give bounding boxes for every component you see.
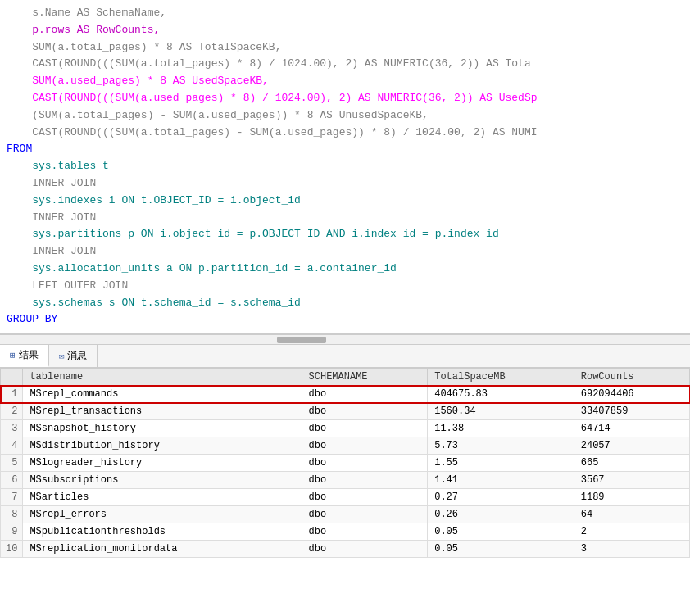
cell-tablename: MSrepl_errors xyxy=(23,506,302,523)
cell-schema: dbo xyxy=(302,437,428,455)
cell-schema: dbo xyxy=(302,506,428,523)
col-header-4: RowCounts xyxy=(574,369,689,386)
cell-schema: dbo xyxy=(302,472,428,489)
sql-line: CAST(ROUND(((SUM(a.total_pages) * 8) / 1… xyxy=(7,56,683,73)
sql-line: (SUM(a.total_pages) - SUM(a.used_pages))… xyxy=(7,107,683,125)
cell-rowcount: 692094406 xyxy=(574,386,689,403)
table-row[interactable]: 4MSdistribution_historydbo5.7324057 xyxy=(1,437,690,455)
cell-schema: dbo xyxy=(302,541,428,558)
table-row[interactable]: 2MSrepl_transactionsdbo1560.3433407859 xyxy=(1,403,690,420)
cell-schema: dbo xyxy=(302,455,428,472)
sql-line: CAST(ROUND(((SUM(a.total_pages) - SUM(a.… xyxy=(7,125,683,142)
col-header-0 xyxy=(1,369,23,386)
sql-line: INNER JOIN xyxy=(7,210,683,227)
row-number: 9 xyxy=(1,523,23,541)
scrollbar-thumb[interactable] xyxy=(277,337,326,343)
sql-line: sys.partitions p ON i.object_id = p.OBJE… xyxy=(7,226,683,243)
cell-tablename: MSlogreader_history xyxy=(23,455,302,472)
horizontal-scrollbar[interactable] xyxy=(0,334,690,344)
table-row[interactable]: 1MSrepl_commandsdbo404675.83692094406 xyxy=(1,386,690,403)
sql-line: FROM xyxy=(7,141,683,158)
cell-rowcount: 2 xyxy=(574,523,689,541)
row-number: 7 xyxy=(1,489,23,506)
cell-tablename: MSreplication_monitordata xyxy=(23,541,302,558)
sql-line: s.Name AS SchemaName, xyxy=(7,5,683,22)
cell-schema: dbo xyxy=(302,386,428,403)
cell-rowcount: 33407859 xyxy=(574,403,689,420)
row-number: 8 xyxy=(1,506,23,523)
tab-messages[interactable]: ✉消息 xyxy=(49,345,98,367)
cell-rowcount: 1189 xyxy=(574,489,689,506)
sql-editor[interactable]: s.Name AS SchemaName, p.rows AS RowCount… xyxy=(0,0,690,334)
cell-rowcount: 3567 xyxy=(574,472,689,489)
cell-total: 404675.83 xyxy=(428,386,574,403)
sql-line: INNER JOIN xyxy=(7,243,683,260)
tabs-bar: ⊞结果✉消息 xyxy=(0,344,690,368)
tab-results[interactable]: ⊞结果 xyxy=(0,345,49,367)
sql-line: SUM(a.used_pages) * 8 AS UsedSpaceKB, xyxy=(7,73,683,90)
sql-line: sys.allocation_units a ON p.partition_id… xyxy=(7,260,683,278)
row-number: 10 xyxy=(1,541,23,558)
row-number: 2 xyxy=(1,403,23,420)
cell-schema: dbo xyxy=(302,523,428,541)
sql-line: INNER JOIN xyxy=(7,175,683,192)
sql-line: sys.tables t xyxy=(7,158,683,175)
table-row[interactable]: 5MSlogreader_historydbo1.55665 xyxy=(1,455,690,472)
cell-rowcount: 3 xyxy=(574,541,689,558)
sql-line: LEFT OUTER JOIN xyxy=(7,278,683,295)
results-table: tablenameSCHEMANAMETotalSpaceMBRowCounts… xyxy=(0,368,690,558)
row-number: 3 xyxy=(1,420,23,437)
tab-label-results: 结果 xyxy=(19,348,39,362)
cell-rowcount: 665 xyxy=(574,455,689,472)
cell-rowcount: 64714 xyxy=(574,420,689,437)
sql-line: GROUP BY xyxy=(7,311,683,328)
cell-tablename: MSrepl_commands xyxy=(23,386,302,403)
col-header-2: SCHEMANAME xyxy=(302,369,428,386)
cell-tablename: MSpublicationthresholds xyxy=(23,523,302,541)
cell-total: 1.55 xyxy=(428,455,574,472)
cell-tablename: MSarticles xyxy=(23,489,302,506)
sql-line: sys.schemas s ON t.schema_id = s.schema_… xyxy=(7,295,683,312)
cell-tablename: MSsubscriptions xyxy=(23,472,302,489)
row-number: 6 xyxy=(1,472,23,489)
cell-tablename: MSdistribution_history xyxy=(23,437,302,455)
table-row[interactable]: 7MSarticlesdbo0.271189 xyxy=(1,489,690,506)
cell-schema: dbo xyxy=(302,420,428,437)
cell-rowcount: 24057 xyxy=(574,437,689,455)
col-header-1: tablename xyxy=(23,369,302,386)
cell-total: 1.41 xyxy=(428,472,574,489)
cell-total: 0.27 xyxy=(428,489,574,506)
cell-tablename: MSrepl_transactions xyxy=(23,403,302,420)
grid-icon: ⊞ xyxy=(10,350,16,360)
cell-rowcount: 64 xyxy=(574,506,689,523)
cell-total: 0.26 xyxy=(428,506,574,523)
table-row[interactable]: 3MSsnapshot_historydbo11.3864714 xyxy=(1,420,690,437)
table-row[interactable]: 8MSrepl_errorsdbo0.2664 xyxy=(1,506,690,523)
main-layout: s.Name AS SchemaName, p.rows AS RowCount… xyxy=(0,0,690,616)
sql-line: sys.indexes i ON t.OBJECT_ID = i.object_… xyxy=(7,192,683,210)
cell-total: 1560.34 xyxy=(428,403,574,420)
cell-total: 11.38 xyxy=(428,420,574,437)
sql-line: CAST(ROUND(((SUM(a.used_pages) * 8) / 10… xyxy=(7,90,683,107)
sql-line: SUM(a.total_pages) * 8 AS TotalSpaceKB, xyxy=(7,39,683,57)
cell-total: 5.73 xyxy=(428,437,574,455)
cell-tablename: MSsnapshot_history xyxy=(23,420,302,437)
row-number: 5 xyxy=(1,455,23,472)
cell-total: 0.05 xyxy=(428,523,574,541)
row-number: 1 xyxy=(1,386,23,403)
table-row[interactable]: 10MSreplication_monitordatadbo0.053 xyxy=(1,541,690,558)
tab-label-messages: 消息 xyxy=(67,349,87,363)
msg-icon: ✉ xyxy=(59,351,65,361)
table-row[interactable]: 6MSsubscriptionsdbo1.413567 xyxy=(1,472,690,489)
table-row[interactable]: 9MSpublicationthresholdsdbo0.052 xyxy=(1,523,690,541)
sql-line: p.rows AS RowCounts, xyxy=(7,22,683,39)
cell-schema: dbo xyxy=(302,403,428,420)
cell-schema: dbo xyxy=(302,489,428,506)
cell-total: 0.05 xyxy=(428,541,574,558)
col-header-3: TotalSpaceMB xyxy=(428,369,574,386)
results-area[interactable]: tablenameSCHEMANAMETotalSpaceMBRowCounts… xyxy=(0,368,690,616)
row-number: 4 xyxy=(1,437,23,455)
